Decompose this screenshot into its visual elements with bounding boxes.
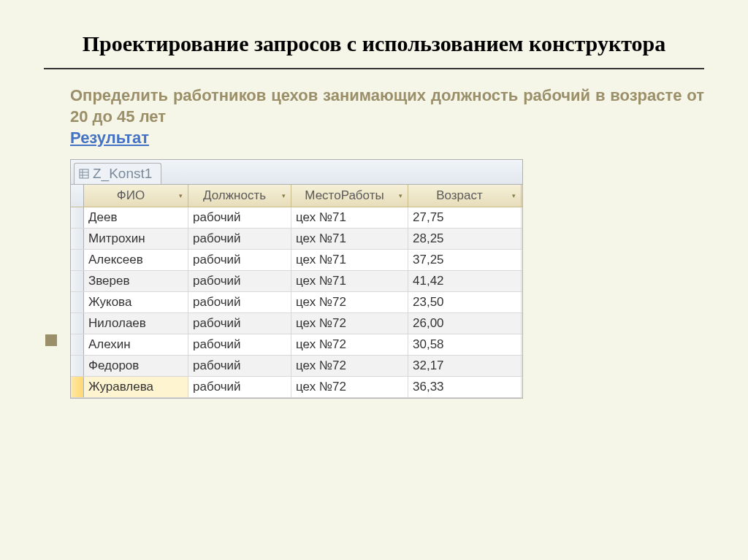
bullet-accent <box>45 334 57 346</box>
cell-position[interactable]: рабочий <box>188 356 291 376</box>
column-header-label: МестоРаботы <box>294 188 394 203</box>
row-selector[interactable] <box>71 356 84 376</box>
tab-label: Z_Konst1 <box>93 166 152 182</box>
column-header-place[interactable]: МестоРаботы ▾ <box>291 185 408 207</box>
cell-fio[interactable]: Жукова <box>84 292 188 312</box>
chevron-down-icon[interactable]: ▾ <box>509 191 518 200</box>
cell-place[interactable]: цех №71 <box>291 207 408 228</box>
cell-place[interactable]: цех №71 <box>291 250 408 270</box>
row-selector[interactable] <box>71 313 84 334</box>
cell-fio[interactable]: Деев <box>84 207 188 228</box>
select-all-corner[interactable] <box>71 185 84 207</box>
cell-place[interactable]: цех №71 <box>291 271 408 291</box>
cell-position[interactable]: рабочий <box>188 334 291 355</box>
table-row[interactable]: Нилолаеврабочийцех №7226,00 <box>71 313 522 334</box>
tab-bar: Z_Konst1 <box>71 160 522 185</box>
cell-position[interactable]: рабочий <box>188 292 291 312</box>
cell-position[interactable]: рабочий <box>188 377 291 397</box>
row-selector[interactable] <box>71 377 84 397</box>
chevron-down-icon[interactable]: ▾ <box>279 191 288 200</box>
cell-position[interactable]: рабочий <box>188 313 291 334</box>
task-description: Определить работников цехов занимающих д… <box>70 85 704 127</box>
table-row[interactable]: Митрохинрабочийцех №7128,25 <box>71 229 522 250</box>
grid-header: ФИО ▾ Должность ▾ МестоРаботы ▾ Возраст … <box>71 185 522 207</box>
cell-age[interactable]: 37,25 <box>408 250 522 270</box>
cell-place[interactable]: цех №72 <box>291 334 408 355</box>
cell-place[interactable]: цех №72 <box>291 356 408 376</box>
column-header-label: Должность <box>191 188 278 203</box>
svg-rect-0 <box>80 169 88 178</box>
row-selector[interactable] <box>71 229 84 249</box>
row-selector[interactable] <box>71 250 84 270</box>
chevron-down-icon[interactable]: ▾ <box>396 191 405 200</box>
cell-fio[interactable]: Федоров <box>84 356 188 376</box>
table-row[interactable]: Дееврабочийцех №7127,75 <box>71 207 522 229</box>
cell-age[interactable]: 28,25 <box>408 229 522 249</box>
cell-position[interactable]: рабочий <box>188 229 291 249</box>
table-row[interactable]: Жуковарабочийцех №7223,50 <box>71 292 522 313</box>
table-row[interactable]: Звереврабочийцех №7141,42 <box>71 271 522 292</box>
datasheet-icon <box>79 169 89 179</box>
column-header-label: Возраст <box>411 188 508 203</box>
cell-age[interactable]: 27,75 <box>408 207 522 228</box>
cell-fio[interactable]: Зверев <box>84 271 188 291</box>
cell-place[interactable]: цех №72 <box>291 377 408 397</box>
cell-age[interactable]: 36,33 <box>408 377 522 397</box>
cell-fio[interactable]: Алексеев <box>84 250 188 270</box>
cell-age[interactable]: 26,00 <box>408 313 522 334</box>
cell-place[interactable]: цех №71 <box>291 229 408 249</box>
cell-age[interactable]: 30,58 <box>408 334 522 355</box>
cell-age[interactable]: 32,17 <box>408 356 522 376</box>
chevron-down-icon[interactable]: ▾ <box>176 191 185 200</box>
row-selector[interactable] <box>71 334 84 355</box>
data-grid: ФИО ▾ Должность ▾ МестоРаботы ▾ Возраст … <box>71 185 522 398</box>
row-selector[interactable] <box>71 271 84 291</box>
cell-place[interactable]: цех №72 <box>291 292 408 312</box>
column-header-position[interactable]: Должность ▾ <box>188 185 291 207</box>
table-row[interactable]: Федороврабочийцех №7232,17 <box>71 356 522 377</box>
cell-age[interactable]: 41,42 <box>408 271 522 291</box>
cell-position[interactable]: рабочий <box>188 207 291 228</box>
cell-position[interactable]: рабочий <box>188 271 291 291</box>
cell-fio[interactable]: Митрохин <box>84 229 188 249</box>
table-row[interactable]: Алехинрабочийцех №7230,58 <box>71 334 522 356</box>
column-header-label: ФИО <box>87 188 175 203</box>
cell-fio[interactable]: Нилолаев <box>84 313 188 334</box>
cell-fio[interactable]: Журавлева <box>84 377 188 397</box>
cell-fio[interactable]: Алехин <box>84 334 188 355</box>
column-header-fio[interactable]: ФИО ▾ <box>84 185 188 207</box>
column-header-age[interactable]: Возраст ▾ <box>408 185 522 207</box>
cell-place[interactable]: цех №72 <box>291 313 408 334</box>
tab-query[interactable]: Z_Konst1 <box>74 163 161 184</box>
table-row[interactable]: Журавлеварабочийцех №7236,33 <box>71 377 522 398</box>
result-link[interactable]: Результат <box>70 129 149 147</box>
cell-age[interactable]: 23,50 <box>408 292 522 312</box>
row-selector[interactable] <box>71 292 84 312</box>
slide-title: Проектирование запросов с использованием… <box>44 29 704 58</box>
cell-position[interactable]: рабочий <box>188 250 291 270</box>
table-row[interactable]: Алексееврабочийцех №7137,25 <box>71 250 522 271</box>
divider <box>44 68 704 69</box>
row-selector[interactable] <box>71 207 84 228</box>
query-result-window: Z_Konst1 ФИО ▾ Должность ▾ МестоРаботы <box>70 159 523 399</box>
